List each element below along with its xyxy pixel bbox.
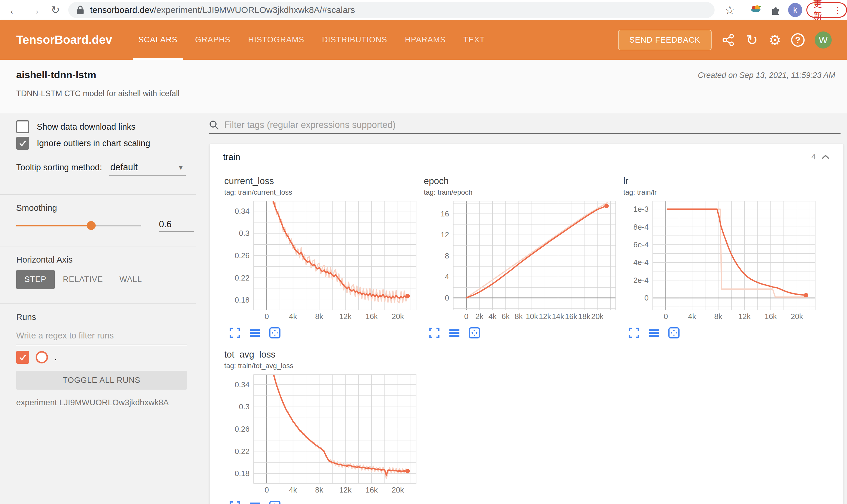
browser-profile-avatar[interactable]: k (788, 3, 802, 17)
update-label: 更新 (813, 0, 829, 22)
svg-text:0.34: 0.34 (235, 380, 249, 389)
chart-epoch: epoch tag: train/epoch 02k4k6k8k10k12k14… (424, 176, 618, 339)
svg-text:8k: 8k (315, 485, 324, 494)
check-icon (18, 139, 27, 148)
help-icon[interactable]: ? (788, 30, 808, 50)
browser-update-button[interactable]: 更新 ⋮ (807, 2, 847, 18)
svg-text:12k: 12k (738, 312, 751, 321)
tag-filter-input[interactable] (224, 120, 841, 130)
expand-chart-icon[interactable] (229, 327, 241, 339)
group-name: train (223, 152, 240, 162)
svg-text:16: 16 (440, 209, 449, 218)
svg-text:16k: 16k (765, 312, 777, 321)
chart-title: epoch (424, 176, 618, 186)
tot-avg-loss-plot[interactable]: 04k8k12k16k20k0.340.30.260.220.18 (224, 373, 418, 496)
fit-domain-icon[interactable] (269, 501, 281, 504)
browser-back-icon[interactable]: ← (5, 0, 23, 20)
expand-chart-icon[interactable] (628, 327, 640, 339)
experiment-title: aishell-tdnn-lstm (16, 69, 96, 80)
tab-hparams[interactable]: HPARAMS (396, 20, 455, 60)
extensions-puzzle-icon[interactable] (767, 0, 784, 20)
tab-text[interactable]: TEXT (454, 20, 494, 60)
bookmark-star-icon[interactable]: ☆ (722, 0, 738, 20)
expand-chart-icon[interactable] (429, 327, 440, 339)
svg-text:4k: 4k (688, 312, 696, 321)
extension-fruit-icon[interactable] (747, 0, 764, 20)
tooltip-sorting-label: Tooltip sorting method: (16, 163, 102, 172)
chart-tot-avg-loss: tot_avg_loss tag: train/tot_avg_loss 04k… (224, 349, 418, 504)
train-group-header[interactable]: train 4 (210, 144, 844, 170)
run-color-swatch[interactable] (36, 351, 48, 363)
url-text: tensorboard.dev/experiment/LJI9MWUORLOw3… (90, 5, 355, 15)
svg-text:0.34: 0.34 (235, 207, 249, 216)
show-download-links-checkbox[interactable] (16, 120, 29, 133)
data-table-icon[interactable] (249, 501, 261, 504)
tensorboard-logo[interactable]: TensorBoard.dev (16, 20, 112, 60)
horizontal-axis-heading: Horizontal Axis (16, 255, 196, 265)
epoch-plot[interactable]: 02k4k6k8k10k12k14k16k18k20k1612840 (424, 199, 618, 323)
browser-menu-dots-icon[interactable]: ⋮ (833, 5, 842, 15)
expand-chart-icon[interactable] (229, 501, 241, 504)
browser-forward-icon[interactable]: → (26, 0, 44, 20)
settings-gear-icon[interactable]: ⚙ (765, 30, 785, 50)
show-download-links-label: Show data download links (37, 122, 135, 132)
chart-toolbar (229, 327, 418, 339)
ignore-outliers-row: Ignore outliers in chart scaling (16, 137, 196, 150)
svg-text:0.3: 0.3 (239, 229, 249, 238)
axis-step-button[interactable]: STEP (16, 270, 55, 289)
send-feedback-button[interactable]: SEND FEEDBACK (618, 30, 712, 50)
current-loss-plot[interactable]: 04k8k12k16k20k0.340.30.260.220.18 (224, 199, 418, 323)
tab-scalars[interactable]: SCALARS (129, 20, 186, 60)
svg-text:16k: 16k (365, 485, 378, 494)
svg-text:4e-4: 4e-4 (633, 258, 649, 267)
smoothing-value-input[interactable] (159, 219, 194, 232)
svg-text:12: 12 (440, 230, 449, 239)
svg-text:0: 0 (644, 293, 649, 302)
axis-relative-button[interactable]: RELATIVE (55, 270, 111, 289)
fit-domain-icon[interactable] (269, 327, 281, 339)
run-checkbox[interactable] (16, 351, 29, 364)
svg-text:0: 0 (264, 312, 269, 321)
svg-text:0.18: 0.18 (235, 295, 249, 304)
svg-text:4k: 4k (289, 312, 297, 321)
svg-text:10k: 10k (525, 312, 538, 321)
smoothing-row (16, 219, 196, 232)
chart-toolbar (429, 327, 618, 339)
svg-text:8e-4: 8e-4 (633, 222, 649, 231)
data-table-icon[interactable] (249, 327, 261, 339)
svg-text:12k: 12k (339, 485, 352, 494)
axis-wall-button[interactable]: WALL (111, 270, 150, 289)
smoothing-slider[interactable] (16, 225, 141, 227)
lr-plot[interactable]: 04k8k12k16k20k1e-38e-46e-44e-42e-40 (623, 199, 817, 323)
chart-tag: tag: train/current_loss (224, 188, 418, 196)
chart-title: tot_avg_loss (224, 349, 418, 360)
tab-graphs[interactable]: GRAPHS (186, 20, 239, 60)
browser-reload-icon[interactable]: ↻ (47, 0, 64, 20)
chart-title: current_loss (224, 176, 418, 186)
toggle-all-runs-button[interactable]: TOGGLE ALL RUNS (16, 371, 187, 390)
data-table-icon[interactable] (449, 327, 460, 339)
ignore-outliers-checkbox[interactable] (16, 137, 29, 150)
tab-distributions[interactable]: DISTRIBUTIONS (313, 20, 396, 60)
fit-domain-icon[interactable] (668, 327, 680, 339)
search-icon (209, 120, 219, 130)
fit-domain-icon[interactable] (468, 327, 480, 339)
chart-title: lr (623, 176, 817, 186)
svg-text:12k: 12k (539, 312, 552, 321)
share-icon[interactable] (718, 30, 739, 50)
smoothing-slider-thumb[interactable] (87, 221, 96, 230)
svg-text:20k: 20k (392, 485, 404, 494)
tooltip-sorting-row: Tooltip sorting method: default ▾ (16, 162, 196, 176)
address-bar[interactable]: tensorboard.dev/experiment/LJI9MWUORLOw3… (68, 2, 714, 18)
runs-filter-input[interactable] (16, 331, 187, 345)
refresh-icon[interactable]: ↻ (742, 30, 762, 50)
sidebar-divider (0, 194, 196, 195)
user-avatar[interactable]: W (815, 32, 832, 49)
chevron-down-icon: ▾ (179, 163, 183, 172)
data-table-icon[interactable] (648, 327, 660, 339)
chevron-up-icon[interactable] (821, 154, 830, 160)
svg-text:0: 0 (445, 293, 449, 302)
tooltip-sorting-dropdown[interactable]: default ▾ (109, 162, 186, 176)
tab-histograms[interactable]: HISTOGRAMS (239, 20, 313, 60)
svg-text:0: 0 (264, 485, 269, 494)
